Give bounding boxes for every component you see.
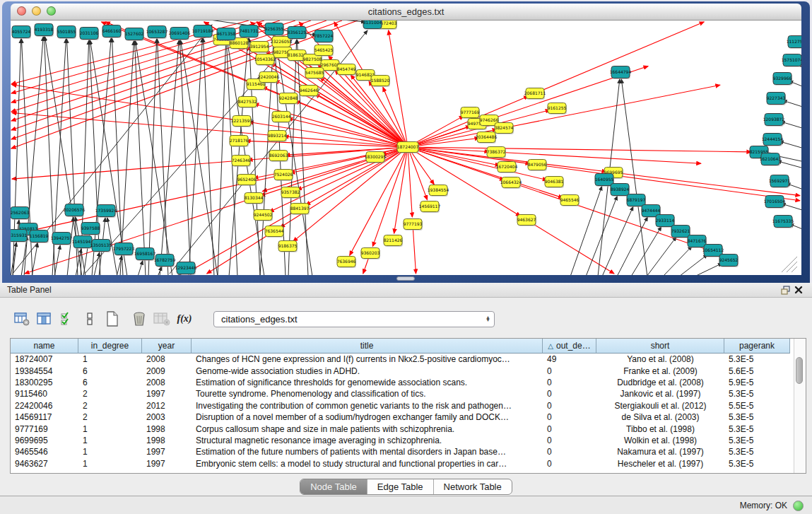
table-row[interactable]: 977716911998Corpus callosum shape and si… xyxy=(11,423,806,434)
column-header-name[interactable]: name xyxy=(11,339,78,354)
table-cell: 1 xyxy=(78,354,142,364)
table-cell: 18300295 xyxy=(11,378,78,387)
network-canvas-svg: 9115460842753212213593271817672463469652… xyxy=(11,21,801,275)
svg-text:9186375: 9186375 xyxy=(278,243,298,248)
table-cell: Jankovic et al. (1997) xyxy=(596,389,724,399)
table-cell: 1997 xyxy=(142,459,192,469)
svg-text:2562063: 2562063 xyxy=(11,210,30,215)
column-select-icon[interactable] xyxy=(58,310,76,328)
dropdown-stepper-icon: ▲▼ xyxy=(486,316,490,322)
delete-column-icon[interactable] xyxy=(130,310,148,328)
table-row[interactable]: 969969511998Structural magnetic resonanc… xyxy=(11,435,806,446)
svg-text:8841397: 8841397 xyxy=(290,206,310,211)
table-row[interactable]: 1872400712008Changes of HCN gene express… xyxy=(11,354,806,365)
table-cell: 1 xyxy=(78,447,142,457)
network-window-titlebar: citations_edges.txt xyxy=(11,4,801,21)
svg-text:7481731: 7481731 xyxy=(240,28,259,33)
svg-text:3912954: 3912954 xyxy=(250,44,269,49)
svg-text:2031106: 2031106 xyxy=(80,30,99,35)
memory-status-icon xyxy=(793,501,804,511)
float-panel-icon[interactable] xyxy=(779,284,792,296)
table-cell: 2 xyxy=(78,401,142,411)
scrollbar-thumb[interactable] xyxy=(796,357,803,384)
column-header-title[interactable]: title xyxy=(192,339,543,354)
zoom-window-button[interactable] xyxy=(47,6,56,16)
svg-text:10653287: 10653287 xyxy=(146,29,168,34)
table-vertical-scrollbar[interactable] xyxy=(794,339,806,473)
network-desktop: citations_edges.txt 91154608427532122135… xyxy=(0,0,812,283)
table-cell: 5.3E-5 xyxy=(724,389,790,399)
row-height-icon[interactable] xyxy=(81,310,99,328)
svg-text:13942757: 13942757 xyxy=(51,235,73,240)
table-row[interactable]: 1456911722003Disruption of a novel membe… xyxy=(11,411,806,423)
svg-text:17359924: 17359924 xyxy=(95,208,117,213)
table-row[interactable]: 2242004622012Investigating the contribut… xyxy=(11,400,806,411)
panel-divider-handle[interactable] xyxy=(396,276,415,281)
svg-text:16958167: 16958167 xyxy=(134,251,156,256)
table-select-dropdown[interactable]: citations_edges.txt ▲▼ xyxy=(213,311,495,327)
table-cell: Tourette syndrome. Phenomenology and cla… xyxy=(192,389,543,399)
column-header-year[interactable]: year xyxy=(142,339,192,354)
svg-text:12923446: 12923446 xyxy=(175,265,197,270)
table-cell: Estimation of significance thresholds fo… xyxy=(192,378,543,387)
function-builder-icon[interactable]: f(x) xyxy=(175,310,194,328)
table-cell: 2012 xyxy=(142,401,192,411)
table-cell: 2008 xyxy=(142,354,192,364)
table-cell: 5.3E-5 xyxy=(724,447,790,457)
svg-text:2718176: 2718176 xyxy=(230,138,249,143)
table-row[interactable]: 1938455462009Genome-wide association stu… xyxy=(11,365,806,376)
table-cell: de Silva et al. (2003) xyxy=(596,412,724,422)
column-header-out_de[interactable]: △out_de… xyxy=(543,339,596,354)
table-cell: 0 xyxy=(543,401,596,411)
delete-table-icon[interactable] xyxy=(153,310,171,328)
tab-network-table[interactable]: Network Table xyxy=(433,479,512,494)
svg-text:2603144: 2603144 xyxy=(272,114,291,119)
table-panel-body: f(x) citations_edges.txt ▲▼ namein_degre… xyxy=(0,298,812,496)
svg-text:8454749: 8454749 xyxy=(337,66,356,71)
table-cell: 49 xyxy=(543,354,596,364)
new-column-icon[interactable] xyxy=(103,310,122,328)
table-cell: Estimation of the future numbers of pati… xyxy=(192,447,543,457)
svg-text:8211426: 8211426 xyxy=(384,238,403,243)
column-header-short[interactable]: short xyxy=(596,339,724,354)
table-cell: Embryonic stem cells: a model to study s… xyxy=(192,459,543,469)
svg-text:9465546: 9465546 xyxy=(560,197,579,202)
svg-text:8131004: 8131004 xyxy=(363,21,382,25)
column-header-in_degree[interactable]: in_degree xyxy=(78,339,142,354)
svg-text:4671358: 4671358 xyxy=(217,31,236,36)
table-cell: Investigating the contribution of common… xyxy=(192,401,543,411)
svg-text:9227343: 9227343 xyxy=(767,95,786,100)
table-cell: Corpus callosum shape and size in male p… xyxy=(192,424,543,434)
minimize-window-button[interactable] xyxy=(32,6,41,16)
close-window-button[interactable] xyxy=(17,6,26,16)
column-header-pagerank[interactable]: pagerank xyxy=(724,339,790,354)
table-cell: Stergiakouli et al. (2012) xyxy=(596,401,724,411)
svg-text:8356125: 8356125 xyxy=(288,30,307,35)
table-cell: 1 xyxy=(78,459,142,469)
table-cell: Hescheler et al. (1997) xyxy=(596,459,724,469)
network-view-canvas[interactable]: 9115460842753212213593271817672463469652… xyxy=(11,21,801,275)
table-row[interactable]: 1830029562008Estimation of significance … xyxy=(11,377,806,388)
column-visibility-icon[interactable] xyxy=(35,310,54,328)
svg-text:15692971: 15692971 xyxy=(769,178,791,183)
table-cell: 1 xyxy=(78,436,142,445)
svg-text:8860128: 8860128 xyxy=(230,40,249,45)
status-bar: Memory: OK xyxy=(0,496,812,514)
svg-text:9256355: 9256355 xyxy=(265,26,284,31)
svg-text:1588520: 1588520 xyxy=(371,78,390,83)
svg-text:10543362: 10543362 xyxy=(254,57,276,62)
svg-text:23226058: 23226058 xyxy=(271,39,293,44)
table-row[interactable]: 911546021997Tourette syndrome. Phenomeno… xyxy=(11,388,806,399)
svg-text:16210643: 16210643 xyxy=(760,156,782,161)
table-cell: 0 xyxy=(543,378,596,387)
svg-text:5501855: 5501855 xyxy=(57,29,76,34)
svg-text:7636946: 7636946 xyxy=(337,259,356,264)
tab-node-table[interactable]: Node Table xyxy=(300,479,367,494)
table-cell: 1 xyxy=(78,424,142,434)
table-row[interactable]: 946554611997Estimation of the future num… xyxy=(11,446,806,457)
close-panel-icon[interactable] xyxy=(792,284,805,296)
table-cell: 1998 xyxy=(142,436,192,445)
table-row[interactable]: 946362711997Embryonic stem cells: a mode… xyxy=(11,458,806,469)
tab-edge-table[interactable]: Edge Table xyxy=(367,479,433,494)
table-settings-icon[interactable] xyxy=(13,310,31,328)
